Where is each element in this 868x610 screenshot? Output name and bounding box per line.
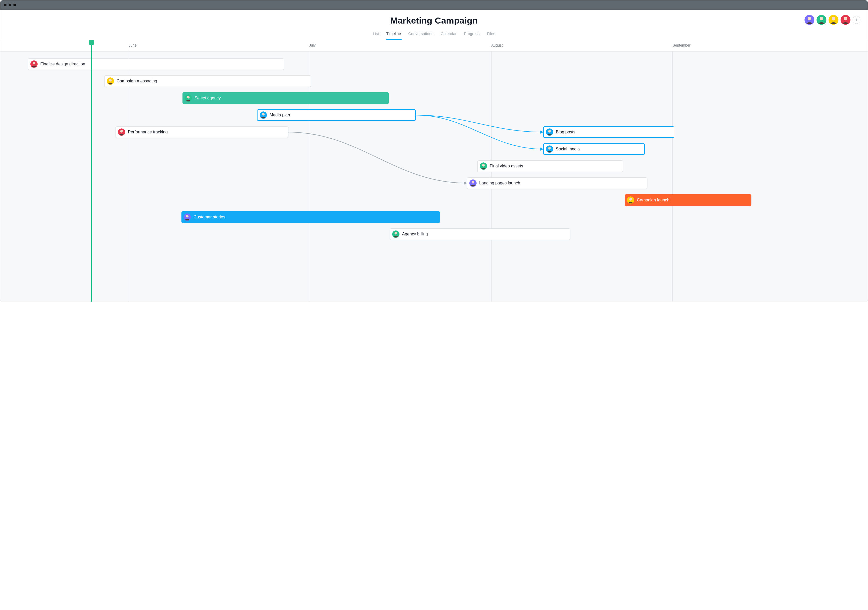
task-label: Media plan [270,113,290,118]
add-member-button[interactable]: + [852,16,860,24]
member-avatar[interactable] [817,15,826,25]
svg-point-2 [808,17,811,20]
task-label: Campaign messaging [116,79,157,84]
dependency-arrow [416,115,543,149]
task-bar[interactable]: Performance tracking [116,126,288,138]
tab-conversations[interactable]: Conversations [408,29,434,40]
assignee-avatar [627,196,634,204]
assignee-avatar [546,146,553,153]
svg-point-29 [548,130,551,133]
svg-point-8 [832,17,835,20]
month-header: JuneJulyAugustSeptember [0,40,868,51]
task-bar[interactable]: Campaign launch! [625,194,752,206]
page-title: Marketing Campaign [0,16,868,26]
task-label: Blog posts [556,130,575,135]
timeline-area[interactable]: JuneJulyAugustSeptember Finalize design … [0,40,868,302]
svg-point-17 [109,79,112,82]
task-bar[interactable]: Social media [543,143,645,155]
assignee-avatar [118,129,125,136]
task-bar[interactable]: Agency billing [390,228,570,240]
task-bar[interactable]: Campaign messaging [104,75,311,87]
window-title-bar [0,0,868,10]
month-label: July [309,43,316,47]
task-label: Landing pages launch [479,181,520,185]
view-tabs: ListTimelineConversationsCalendarProgres… [0,29,868,40]
window-dot [4,4,6,6]
today-marker [91,41,92,302]
task-bar[interactable]: Final video assets [477,160,623,172]
assignee-avatar [480,163,487,170]
member-avatar[interactable] [804,15,814,25]
member-avatar[interactable] [840,15,851,25]
assignee-avatar [546,129,553,136]
svg-point-38 [472,181,474,184]
project-header: Marketing Campaign + ListTimelineConvers… [0,10,868,40]
project-members: + [804,15,860,25]
task-label: Performance tracking [128,130,167,135]
svg-point-26 [120,130,123,133]
assignee-avatar [30,61,38,68]
task-label: Social media [556,147,580,151]
app-window: Marketing Campaign + ListTimelineConvers… [0,0,868,302]
task-bar[interactable]: Landing pages launch [467,177,647,189]
task-label: Agency billing [402,232,428,236]
assignee-avatar [184,95,192,102]
svg-point-5 [820,17,823,20]
svg-point-35 [482,164,485,167]
svg-point-14 [33,62,35,65]
dependency-arrow [288,132,467,183]
svg-point-32 [548,147,551,150]
assignee-avatar [107,78,114,85]
task-bar[interactable]: Blog posts [543,126,674,138]
member-avatar[interactable] [829,15,839,25]
svg-point-44 [186,215,189,217]
month-label: June [129,43,136,47]
tab-progress[interactable]: Progress [463,29,480,40]
window-dot [13,4,16,6]
task-bar[interactable]: Finalize design direction [28,58,284,70]
svg-point-11 [844,17,847,20]
task-bar[interactable]: Media plan [257,109,416,121]
month-gridline [129,51,129,302]
dependency-arrow [416,115,543,132]
task-label: Finalize design direction [40,62,85,67]
tab-list[interactable]: List [372,29,379,40]
assignee-avatar [392,230,400,238]
task-label: Final video assets [490,164,523,168]
month-gridline [491,51,491,302]
svg-point-23 [262,113,265,116]
tab-timeline[interactable]: Timeline [386,29,401,40]
assignee-avatar [183,213,191,221]
assignee-avatar [469,179,477,187]
tab-files[interactable]: Files [486,29,496,40]
month-gridline [309,51,309,302]
svg-point-41 [629,198,632,201]
task-label: Select agency [195,96,221,101]
window-dot [9,4,11,6]
svg-point-47 [395,232,397,234]
svg-point-20 [187,96,189,99]
month-label: August [491,43,503,47]
tab-calendar[interactable]: Calendar [440,29,457,40]
task-bar[interactable]: Customer stories [181,211,440,223]
task-label: Campaign launch! [637,198,671,202]
task-label: Customer stories [194,215,225,219]
assignee-avatar [260,112,267,119]
task-bar[interactable]: Select agency [183,92,389,104]
month-label: September [673,43,690,47]
